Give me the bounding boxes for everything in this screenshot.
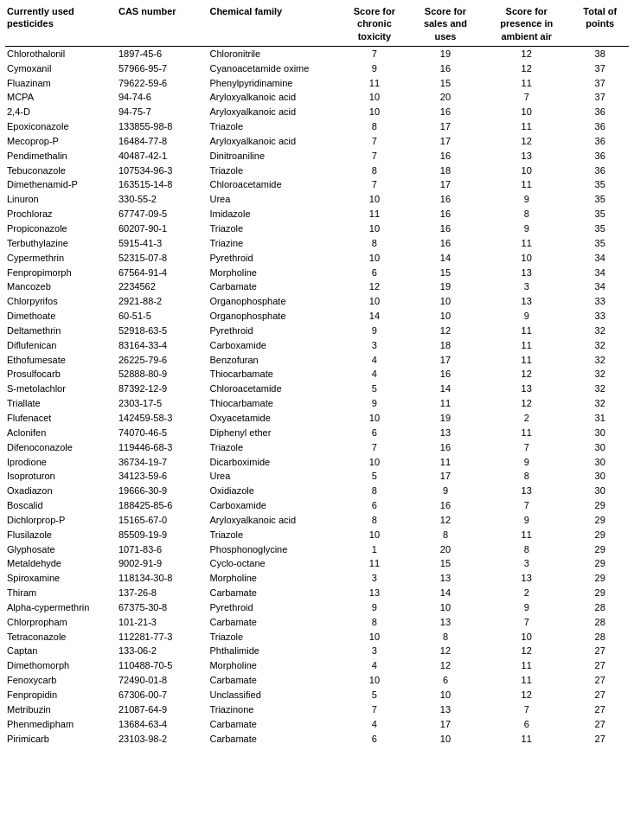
table-row: Pendimethalin40487-42-1Dinitroaniline716…: [5, 149, 629, 164]
table-cell-17-1: 2921-88-2: [117, 294, 208, 309]
table-cell-16-4: 19: [411, 279, 482, 294]
table-cell-45-5: 7: [482, 702, 573, 717]
table-cell-9-4: 17: [411, 177, 482, 192]
table-cell-4-4: 16: [411, 105, 482, 119]
table-cell-18-6: 33: [573, 309, 629, 324]
table-cell-13-2: Triazine: [208, 236, 339, 251]
table-row: Deltamethrin52918-63-5Pyrethroid9121132: [5, 324, 629, 338]
table-cell-26-5: 11: [482, 426, 573, 440]
table-cell-8-2: Triazole: [208, 164, 339, 178]
table-cell-2-3: 11: [340, 76, 411, 91]
table-cell-5-1: 133855-98-8: [117, 119, 208, 134]
table-cell-26-1: 74070-46-5: [117, 426, 208, 440]
table-cell-17-3: 10: [340, 294, 411, 309]
table-cell-27-5: 7: [482, 440, 573, 455]
table-cell-12-3: 10: [340, 221, 411, 236]
table-cell-25-4: 19: [411, 411, 482, 426]
table-cell-8-3: 8: [340, 164, 411, 178]
table-cell-31-2: Carboxamide: [208, 498, 339, 513]
main-table-container: Currently used pesticides CAS number Che…: [0, 0, 634, 749]
table-cell-27-1: 119446-68-3: [117, 440, 208, 455]
table-cell-31-6: 29: [573, 498, 629, 513]
table-row: Dimethoate60-51-5Organophosphate1410933: [5, 309, 629, 324]
table-cell-28-6: 30: [573, 455, 629, 470]
table-cell-14-2: Pyrethroid: [208, 251, 339, 266]
table-cell-26-0: Aclonifen: [5, 426, 117, 440]
table-row: Oxadiazon19666-30-9Oxidiazole891330: [5, 484, 629, 498]
table-cell-38-6: 28: [573, 600, 629, 615]
table-cell-18-3: 14: [340, 309, 411, 324]
header-family: Chemical family: [208, 3, 339, 46]
table-cell-15-4: 15: [411, 266, 482, 280]
table-cell-21-1: 26225-79-6: [117, 353, 208, 368]
table-cell-5-3: 8: [340, 119, 411, 134]
table-cell-44-1: 67306-00-7: [117, 688, 208, 702]
table-cell-17-0: Chlorpyrifos: [5, 294, 117, 309]
table-row: Difenoconazole119446-68-3Triazole716730: [5, 440, 629, 455]
table-cell-6-3: 7: [340, 134, 411, 149]
table-cell-5-6: 36: [573, 119, 629, 134]
table-cell-22-5: 12: [482, 367, 573, 382]
table-cell-2-6: 37: [573, 76, 629, 91]
table-row: Fenpropimorph67564-91-4Morpholine6151334: [5, 266, 629, 280]
table-cell-43-6: 27: [573, 673, 629, 688]
table-cell-20-4: 18: [411, 338, 482, 353]
table-cell-40-0: Tetraconazole: [5, 630, 117, 644]
table-cell-1-2: Cyanoacetamide oxime: [208, 61, 339, 76]
table-cell-11-2: Imidazole: [208, 207, 339, 221]
table-cell-1-5: 12: [482, 61, 573, 76]
table-cell-15-2: Morpholine: [208, 266, 339, 280]
table-cell-36-5: 13: [482, 571, 573, 586]
table-cell-4-1: 94-75-7: [117, 105, 208, 119]
table-cell-8-5: 10: [482, 164, 573, 178]
table-cell-23-0: S-metolachlor: [5, 382, 117, 396]
table-cell-6-2: Aryloxyalkanoic acid: [208, 134, 339, 149]
table-cell-38-5: 9: [482, 600, 573, 615]
table-cell-44-3: 5: [340, 688, 411, 702]
table-cell-40-1: 112281-77-3: [117, 630, 208, 644]
table-cell-18-4: 10: [411, 309, 482, 324]
table-cell-27-3: 7: [340, 440, 411, 455]
table-cell-12-0: Propiconazole: [5, 221, 117, 236]
table-cell-8-0: Tebuconazole: [5, 164, 117, 178]
table-cell-36-1: 118134-30-8: [117, 571, 208, 586]
table-cell-41-0: Captan: [5, 644, 117, 658]
table-cell-24-3: 9: [340, 396, 411, 411]
table-cell-30-0: Oxadiazon: [5, 484, 117, 498]
pesticides-table: Currently used pesticides CAS number Che…: [5, 3, 629, 746]
table-cell-2-2: Phenylpyridinamine: [208, 76, 339, 91]
table-cell-37-1: 137-26-8: [117, 586, 208, 600]
table-cell-32-3: 8: [340, 513, 411, 528]
table-row: Spiroxamine118134-30-8Morpholine3131329: [5, 571, 629, 586]
table-cell-31-1: 188425-85-6: [117, 498, 208, 513]
table-cell-11-0: Prochloraz: [5, 207, 117, 221]
table-row: Fluazinam79622-59-6Phenylpyridinamine111…: [5, 76, 629, 91]
table-cell-37-0: Thiram: [5, 586, 117, 600]
table-cell-19-2: Pyrethroid: [208, 324, 339, 338]
header-sales: Score for sales and uses: [411, 3, 482, 46]
table-row: Linuron330-55-2Urea1016935: [5, 192, 629, 207]
table-cell-35-0: Metaldehyde: [5, 556, 117, 571]
table-cell-20-5: 11: [482, 338, 573, 353]
table-cell-26-6: 30: [573, 426, 629, 440]
table-cell-10-6: 35: [573, 192, 629, 207]
table-cell-12-4: 16: [411, 221, 482, 236]
table-cell-7-0: Pendimethalin: [5, 149, 117, 164]
header-ambient: Score for presence in ambient air: [482, 3, 573, 46]
table-row: Alpha-cypermethrin67375-30-8Pyrethroid91…: [5, 600, 629, 615]
table-cell-2-0: Fluazinam: [5, 76, 117, 91]
table-cell-6-5: 12: [482, 134, 573, 149]
table-cell-21-0: Ethofumesate: [5, 353, 117, 368]
table-row: Tebuconazole107534-96-3Triazole8181036: [5, 164, 629, 178]
table-cell-7-4: 16: [411, 149, 482, 164]
table-row: Chlorpyrifos2921-88-2Organophosphate1010…: [5, 294, 629, 309]
table-cell-9-2: Chloroacetamide: [208, 177, 339, 192]
table-cell-21-3: 4: [340, 353, 411, 368]
table-cell-18-0: Dimethoate: [5, 309, 117, 324]
table-row: Fenpropidin67306-00-7Unclassified5101227: [5, 688, 629, 702]
table-cell-23-6: 32: [573, 382, 629, 396]
table-cell-43-0: Fenoxycarb: [5, 673, 117, 688]
table-cell-47-1: 23103-98-2: [117, 732, 208, 747]
table-cell-25-5: 2: [482, 411, 573, 426]
table-cell-45-4: 13: [411, 702, 482, 717]
